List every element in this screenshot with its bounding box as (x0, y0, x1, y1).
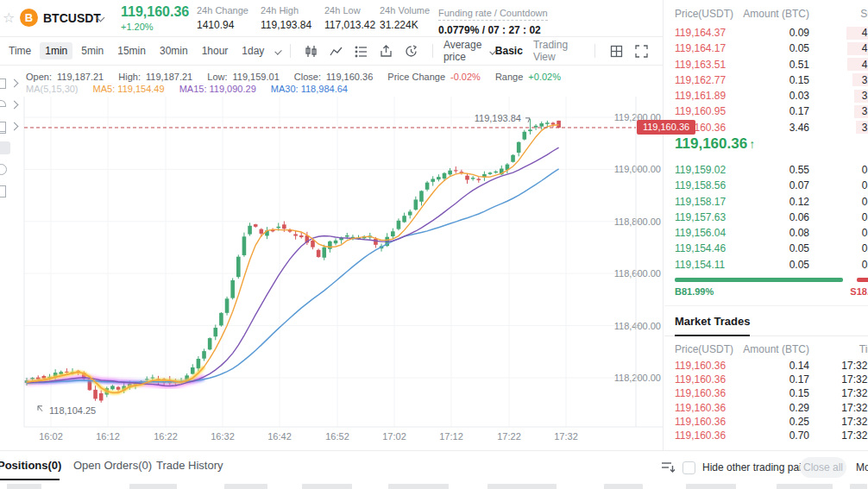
bid-row[interactable]: 119,158.170.120.74 (664, 194, 868, 210)
drawing-tool-group[interactable] (0, 96, 23, 117)
more-button[interactable]: More (856, 461, 868, 473)
order-book-header: Price(USDT) Amount (BTC) Sum (664, 0, 868, 26)
drawing-toolbar (0, 74, 23, 204)
low-annotation: 118,104.25 (49, 405, 96, 416)
current-price-tag: 119,160.36 (637, 120, 695, 135)
svg-text:119,000.00: 119,000.00 (614, 164, 661, 174)
interval-30min[interactable]: 30min (154, 42, 193, 60)
clipped-table-header (686, 484, 736, 489)
buy-ratio-bar (675, 278, 843, 282)
sell-ratio-bar (857, 278, 868, 282)
trade-row: 119,160.360.2917:32:58 (664, 401, 868, 415)
clipped-table-header (224, 484, 267, 489)
bid-row[interactable]: 119,158.560.070.62 (664, 178, 868, 193)
bid-row[interactable]: 119,157.630.060.80 (664, 210, 868, 225)
chevron-right-icon (10, 101, 19, 110)
chart-canvas[interactable]: 119,200.00119,000.00118,800.00118,600.00… (0, 97, 664, 450)
tab-positions[interactable]: Positions(0) (0, 459, 61, 472)
undo-tool[interactable] (0, 160, 23, 182)
magnet-tool[interactable] (0, 139, 23, 160)
trade-row: 119,160.360.2517:32:58 (664, 415, 868, 429)
order-book-last-price[interactable]: 119,160.36↑ (675, 135, 755, 153)
interval-1hour[interactable]: 1hour (197, 42, 234, 60)
chevron-right-icon (10, 79, 19, 88)
interval-1min[interactable]: 1min (40, 42, 72, 60)
stat-24h-high: 24h High119,193.84 (261, 5, 311, 31)
fullscreen-icon[interactable] (635, 45, 648, 58)
ask-row[interactable]: 119,161.890.033.66 (664, 88, 868, 103)
clipped-table-header (302, 484, 352, 489)
mode-basic[interactable]: Basic (495, 45, 523, 57)
chart-toolbar: Time 1min 5min 15min 30min 1hour 1day Av… (0, 37, 663, 66)
funding-rate: Funding rate / Countdown 0.0779% / 07 : … (438, 4, 548, 36)
ask-row[interactable]: 119,164.370.094.46 (664, 25, 868, 41)
price-change-pct: +1.20% (121, 22, 154, 32)
line-chart-icon[interactable] (330, 45, 343, 58)
drawing-tool-group[interactable] (0, 74, 23, 96)
bid-row[interactable]: 119,154.110.050.98 (664, 257, 868, 273)
stat-24h-change: 24h Change1410.94 (197, 5, 248, 31)
favorite-star-icon[interactable]: ☆ (3, 9, 15, 26)
ask-list: 119,164.370.094.46119,164.170.054.37119,… (664, 25, 868, 135)
drawing-tool-group[interactable] (0, 117, 23, 139)
ohlc-info: Open:119,187.21 High:119,187.21 Low:119,… (26, 72, 566, 82)
svg-text:118,600.00: 118,600.00 (614, 268, 661, 279)
btc-logo-icon: B (20, 9, 38, 27)
pair-header: ☆ B BTCUSDT 119,160.36 +1.20% 24h Change… (0, 0, 663, 37)
bid-list: 119,159.020.550.55119,158.560.070.62119,… (664, 162, 868, 273)
market-trades-section: Market Trades Price(USDT) Amount (BTC) T… (664, 305, 868, 442)
bid-row[interactable]: 119,154.460.050.93 (664, 241, 868, 256)
grid-layout-icon[interactable] (610, 45, 623, 58)
trade-row: 119,160.360.1717:32:59 (664, 373, 868, 386)
close-all-button[interactable]: Close all (800, 457, 846, 478)
svg-text:17:02: 17:02 (382, 431, 406, 442)
stat-24h-low: 24h Low117,013.42 (324, 5, 375, 31)
interval-5min[interactable]: 5min (76, 42, 109, 60)
ask-row[interactable]: 119,162.770.153.81 (664, 72, 868, 88)
interval-1day[interactable]: 1day (236, 42, 269, 60)
svg-text:17:12: 17:12 (439, 431, 463, 442)
svg-text:16:42: 16:42 (267, 431, 292, 442)
screenshot-tool[interactable] (0, 182, 23, 204)
trade-row: 119,160.360.7017:32:57 (664, 429, 868, 442)
intervals-chevron-down-icon[interactable] (275, 47, 283, 55)
stat-24h-volume: 24h Volume31.224K (380, 5, 430, 31)
svg-text:118,800.00: 118,800.00 (614, 216, 661, 227)
hide-pairs-checkbox[interactable] (682, 461, 695, 474)
ask-row[interactable]: 119,160.950.173.63 (664, 103, 868, 119)
clipped-table-header (7, 484, 41, 489)
candlestick-chart[interactable]: 119,200.00119,000.00118,800.00118,600.00… (0, 97, 664, 450)
ask-row[interactable]: 119,163.510.514.32 (664, 57, 868, 72)
high-annotation: 119,193.84 (475, 113, 521, 123)
average-price-dropdown[interactable]: Average price (443, 39, 495, 63)
hide-pairs-label[interactable]: Hide other trading pairs (702, 461, 810, 473)
tab-trade-history[interactable]: Trade History (156, 459, 223, 472)
chart-restore-icon[interactable] (405, 45, 418, 58)
clipped-table-header (487, 484, 557, 489)
tab-open-orders[interactable]: Open Orders(0) (73, 459, 152, 472)
pair-name[interactable]: BTCUSDT (43, 11, 101, 25)
clipped-table-header (604, 484, 643, 489)
bid-row[interactable]: 119,156.040.080.88 (664, 225, 868, 241)
bid-row[interactable]: 119,159.020.550.55 (664, 162, 868, 178)
trade-row: 119,160.360.1517:32:58 (664, 386, 868, 400)
chevron-right-icon (10, 122, 19, 131)
svg-text:118,400.00: 118,400.00 (614, 321, 661, 331)
ask-row[interactable]: 119,164.170.054.37 (664, 41, 868, 56)
indicators-icon[interactable] (355, 45, 368, 58)
ma-info: MA(5,15,30) MA5: 119,154.49 MA15: 119,09… (26, 84, 348, 94)
tab-market-trades[interactable]: Market Trades (675, 315, 750, 336)
mode-tradingview[interactable]: Trading View (533, 39, 576, 63)
interval-15min[interactable]: 15min (112, 42, 151, 60)
svg-text:16:02: 16:02 (39, 431, 63, 442)
panel-divider (663, 0, 664, 450)
depth-ratio-labels: B81.99% S18.01% (675, 286, 868, 297)
depth-ratio-bar (675, 278, 868, 282)
sort-filter-icon[interactable] (661, 461, 676, 477)
clipped-table-header (850, 484, 867, 489)
order-book-panel: Price(USDT) Amount (BTC) Sum 119,164.370… (664, 0, 868, 450)
share-icon[interactable] (380, 45, 393, 58)
svg-text:16:32: 16:32 (211, 431, 235, 442)
svg-text:16:12: 16:12 (96, 431, 120, 442)
candlestick-icon[interactable] (305, 45, 318, 58)
